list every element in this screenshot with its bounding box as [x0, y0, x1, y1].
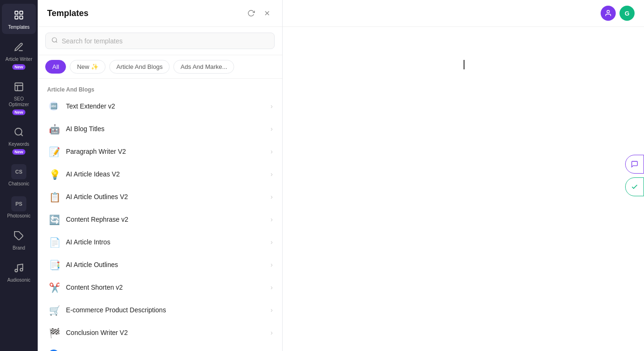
chevron-right-icon: › [270, 329, 273, 336]
conclusion-writer-icon: 🏁 [47, 326, 60, 339]
template-name: Text Extender v2 [66, 102, 115, 110]
template-item-ecommerce-descriptions[interactable]: 🛒 E-commerce Product Descriptions › [38, 299, 282, 321]
template-left: 🛒 E-commerce Product Descriptions [47, 303, 166, 317]
sidebar: Templates Article Writer New SEO Optimiz… [0, 0, 38, 351]
template-name: Content Rephrase v2 [66, 216, 128, 223]
filter-tab-all[interactable]: All [45, 60, 66, 74]
chat-float-button[interactable] [625, 155, 644, 174]
template-name: Paragraph Writer V2 [66, 148, 126, 155]
seo-icon [11, 79, 26, 94]
chevron-right-icon: › [270, 170, 273, 178]
svg-text:🔤: 🔤 [50, 102, 57, 109]
sidebar-item-label: SEO Optimizer [4, 96, 34, 108]
ai-article-outlines-icon: 📑 [47, 258, 60, 271]
chevron-right-icon: › [270, 284, 273, 291]
template-item-ai-article-outlines[interactable]: 📑 AI Article Outlines › [38, 253, 282, 276]
template-name: AI Article Intros [66, 238, 110, 246]
template-item-content-rephrase[interactable]: 🔄 Content Rephrase v2 › [38, 208, 282, 231]
photosonic-icon: PS [11, 196, 26, 211]
ai-blog-titles-icon: 🤖 [47, 122, 60, 135]
svg-text:📑: 📑 [49, 259, 59, 270]
template-left: 📋 AI Article Outlines V2 [47, 190, 128, 203]
chevron-right-icon: › [270, 238, 273, 246]
template-left: 🔄 Content Rephrase v2 [47, 213, 128, 226]
svg-point-8 [20, 268, 23, 271]
templates-panel: Templates All New ✨ Article And Blogs Ad… [38, 0, 283, 351]
filter-tabs: All New ✨ Article And Blogs Ads And Mark… [38, 55, 282, 79]
search-icon [51, 37, 58, 45]
template-left: 📝 Paragraph Writer V2 [47, 145, 126, 158]
template-name: AI Article Outlines [66, 261, 118, 268]
panel-header: Templates [38, 0, 282, 27]
sidebar-item-templates[interactable]: Templates [2, 4, 36, 34]
template-left: 🔤 Text Extender v2 [47, 100, 115, 113]
template-left: 📄 AI Article Intros [47, 235, 110, 249]
main-content: G [283, 0, 644, 351]
sidebar-item-keywords[interactable]: Keywords New [2, 121, 36, 159]
content-shorten-icon: ✂️ [47, 281, 60, 294]
svg-point-11 [52, 38, 57, 42]
template-item-ai-blog-titles[interactable]: 🤖 AI Blog Titles › [38, 117, 282, 140]
new-badge: New [12, 109, 26, 115]
filter-tab-article-blogs[interactable]: Article And Blogs [109, 60, 170, 74]
template-item-content-shorten[interactable]: ✂️ Content Shorten v2 › [38, 276, 282, 299]
template-name: Conclusion Writer V2 [66, 329, 128, 336]
sidebar-item-label: Audiosonic [8, 277, 31, 283]
brand-icon [11, 228, 26, 243]
refresh-button[interactable] [245, 8, 257, 19]
new-badge: New [12, 64, 26, 70]
user-icon-w[interactable] [601, 6, 616, 21]
template-name: E-commerce Product Descriptions [66, 306, 166, 314]
svg-text:🤖: 🤖 [49, 124, 59, 134]
chatsonic-icon: CS [11, 164, 26, 179]
template-name: AI Blog Titles [66, 125, 105, 133]
sidebar-item-label: Article Writer [5, 57, 32, 62]
filter-tab-new[interactable]: New ✨ [70, 60, 106, 74]
chevron-right-icon: › [270, 125, 273, 133]
svg-point-5 [15, 128, 22, 135]
svg-text:📋: 📋 [49, 192, 59, 202]
filter-tab-ads-marketing[interactable]: Ads And Marke... [173, 60, 234, 74]
template-item-text-extender[interactable]: 🔤 Text Extender v2 › [38, 95, 282, 117]
template-item-conclusion-writer[interactable]: 🏁 Conclusion Writer V2 › [38, 321, 282, 344]
sidebar-item-article-writer[interactable]: Article Writer New [2, 36, 36, 74]
section-label-article-blogs: Article And Blogs [38, 83, 282, 95]
svg-text:🔄: 🔄 [49, 214, 59, 225]
facebook-ads-icon [47, 349, 60, 351]
template-item-facebook-ads[interactable]: Facebook Ads v2 › [38, 344, 282, 351]
template-item-paragraph-writer[interactable]: 📝 Paragraph Writer V2 › [38, 140, 282, 163]
svg-rect-0 [15, 11, 18, 14]
template-left: Facebook Ads v2 [47, 349, 116, 351]
chevron-right-icon: › [270, 261, 273, 268]
sidebar-item-seo-optimizer[interactable]: SEO Optimizer New [2, 75, 36, 119]
template-list: Article And Blogs 🔤 Text Extender v2 › 🤖… [38, 79, 282, 351]
sidebar-item-label: Templates [8, 25, 30, 30]
sidebar-item-audiosonic[interactable]: Audiosonic [2, 257, 36, 287]
grammarly-icon[interactable]: G [620, 6, 635, 21]
check-float-button[interactable] [625, 177, 644, 196]
main-top-bar: G [283, 0, 644, 27]
ai-article-ideas-icon: 💡 [47, 167, 60, 181]
template-item-ai-article-intros[interactable]: 📄 AI Article Intros › [38, 231, 282, 253]
close-button[interactable] [261, 8, 273, 19]
svg-text:✂️: ✂️ [49, 282, 59, 293]
template-item-ai-article-ideas[interactable]: 💡 AI Article Ideas V2 › [38, 163, 282, 185]
template-item-ai-article-outlines-v2[interactable]: 📋 AI Article Outlines V2 › [38, 185, 282, 208]
sidebar-item-brand[interactable]: Brand [2, 225, 36, 255]
ai-article-intros-icon: 📄 [47, 235, 60, 249]
svg-rect-3 [20, 16, 23, 19]
text-cursor [464, 60, 465, 69]
search-box [45, 33, 275, 49]
search-container [38, 27, 282, 55]
panel-title: Templates [47, 8, 89, 18]
chevron-right-icon: › [270, 193, 273, 201]
sidebar-item-photosonic[interactable]: PS Photosonic [2, 192, 36, 223]
svg-rect-4 [15, 83, 23, 91]
search-input[interactable] [62, 37, 269, 45]
paragraph-writer-icon: 📝 [47, 145, 60, 158]
audiosonic-icon [11, 260, 26, 276]
template-left: ✂️ Content Shorten v2 [47, 281, 123, 294]
svg-text:🛒: 🛒 [49, 305, 59, 316]
sidebar-item-chatsonic[interactable]: CS Chatsonic [2, 160, 36, 191]
keywords-icon [11, 125, 26, 140]
